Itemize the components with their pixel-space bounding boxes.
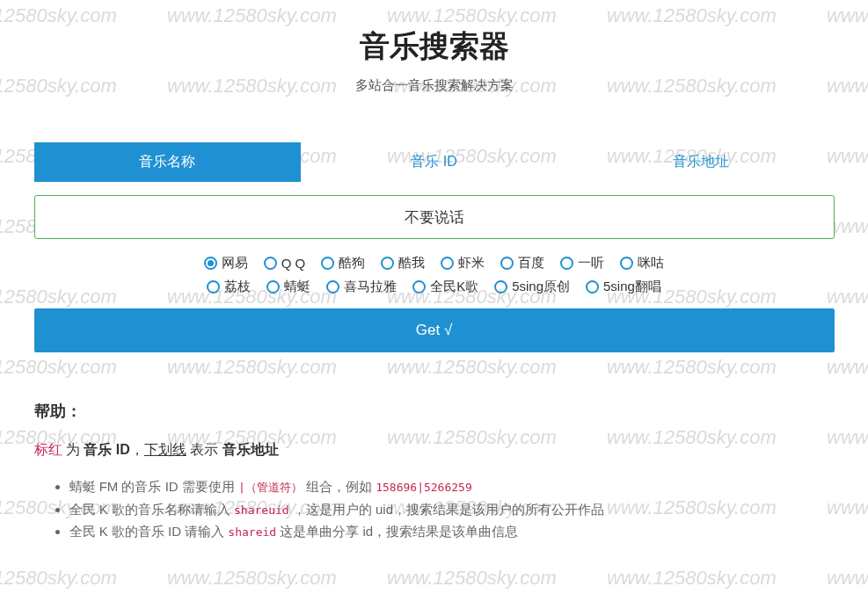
source-radio-一听[interactable]: 一听: [560, 255, 604, 272]
search-mode-tabs: 音乐名称音乐 ID音乐地址: [34, 142, 835, 182]
radio-label: 5sing翻唱: [603, 279, 661, 295]
tab-音乐名称[interactable]: 音乐名称: [34, 142, 301, 182]
search-input[interactable]: [34, 195, 835, 239]
radio-label: 酷我: [398, 255, 425, 272]
get-button[interactable]: Get √: [34, 308, 835, 352]
radio-label: 荔枝: [224, 279, 251, 295]
radio-label: 咪咕: [638, 255, 664, 272]
watermark-text: www.12580sky.com: [387, 567, 557, 590]
source-radio-酷我[interactable]: 酷我: [381, 255, 425, 272]
help-music-url-label: 音乐地址: [222, 442, 279, 457]
watermark-text: www.12580sky.com: [167, 567, 337, 590]
source-radio-虾米[interactable]: 虾米: [441, 255, 485, 272]
radio-label: 一听: [578, 255, 604, 272]
page-subtitle: 多站合一音乐搜索解决方案: [34, 77, 835, 94]
source-radio-group: 网易Q Q酷狗酷我虾米百度一听咪咕 荔枝蜻蜓喜马拉雅全民K歌5sing原创5si…: [34, 255, 835, 295]
radio-icon: [620, 257, 633, 270]
help-list-item: 蜻蜓 FM 的音乐 ID 需要使用 |（管道符） 组合，例如 158696|52…: [69, 475, 835, 498]
radio-icon: [441, 257, 454, 270]
watermark-text: www.12580sky.com: [607, 567, 777, 590]
help-underline-sample: 下划线: [144, 442, 186, 457]
radio-icon: [381, 257, 394, 270]
radio-label: 全民K歌: [430, 279, 478, 295]
help-list-item: 全民 K 歌的音乐 ID 请输入 shareid 这是单曲分享 id，搜索结果是…: [69, 520, 835, 543]
radio-icon: [266, 280, 280, 293]
radio-label: 蜻蜓: [284, 279, 310, 295]
help-code: shareid: [228, 525, 276, 539]
page-title: 音乐搜索器: [34, 26, 835, 67]
tab-音乐地址[interactable]: 音乐地址: [567, 142, 834, 182]
radio-label: 网易: [222, 255, 248, 272]
radio-label: 百度: [518, 255, 544, 272]
source-radio-全民K歌[interactable]: 全民K歌: [412, 279, 478, 295]
radio-label: 虾米: [458, 255, 485, 272]
tab-音乐 ID[interactable]: 音乐 ID: [301, 142, 567, 182]
source-radio-网易[interactable]: 网易: [204, 255, 248, 272]
help-code: shareuid: [234, 503, 289, 517]
source-radio-5sing原创[interactable]: 5sing原创: [494, 279, 570, 295]
radio-icon: [207, 280, 220, 293]
source-radio-蜻蜓[interactable]: 蜻蜓: [266, 279, 310, 295]
radio-icon: [204, 257, 217, 270]
radio-icon: [500, 257, 514, 270]
radio-label: 喜马拉雅: [344, 279, 397, 295]
watermark-text: www.12580sky.com: [0, 567, 117, 590]
source-radio-酷狗[interactable]: 酷狗: [321, 255, 365, 272]
radio-icon: [586, 280, 599, 293]
help-red-sample: 标红: [34, 442, 62, 457]
help-code: |（管道符）: [238, 481, 303, 494]
radio-icon: [264, 257, 277, 270]
radio-label: 酷狗: [339, 255, 365, 272]
radio-label: Q Q: [281, 256, 306, 271]
help-code: 158696|5266259: [376, 481, 472, 494]
radio-icon: [321, 257, 334, 270]
help-heading: 帮助：: [34, 401, 835, 422]
help-list-item: 全民 K 歌的音乐名称请输入 shareuid ，这是用户的 uid，搜索结果是…: [69, 498, 835, 521]
source-radio-5sing翻唱[interactable]: 5sing翻唱: [586, 279, 661, 295]
source-radio-百度[interactable]: 百度: [500, 255, 544, 272]
source-radio-荔枝[interactable]: 荔枝: [207, 279, 251, 295]
help-list: 蜻蜓 FM 的音乐 ID 需要使用 |（管道符） 组合，例如 158696|52…: [34, 475, 835, 543]
source-radio-咪咕[interactable]: 咪咕: [620, 255, 664, 272]
watermark-text: www.12580sky.com: [827, 567, 868, 590]
help-music-id-label: 音乐 ID: [84, 442, 129, 457]
source-radio-Q Q[interactable]: Q Q: [264, 255, 306, 272]
radio-icon: [560, 257, 573, 270]
radio-icon: [412, 280, 426, 293]
help-legend: 标红 为 音乐 ID，下划线 表示 音乐地址: [34, 441, 835, 460]
radio-label: 5sing原创: [512, 279, 570, 295]
radio-icon: [326, 280, 339, 293]
radio-icon: [494, 280, 507, 293]
source-radio-喜马拉雅[interactable]: 喜马拉雅: [326, 279, 397, 295]
